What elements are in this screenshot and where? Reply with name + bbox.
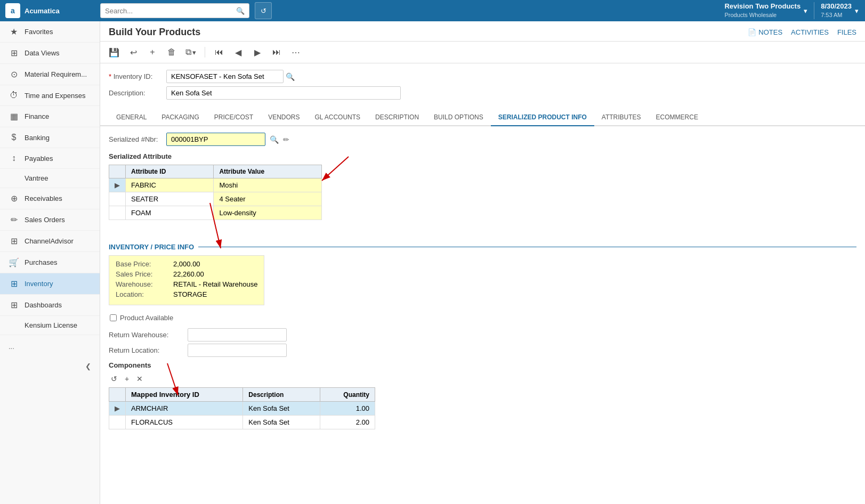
comp-table-icon-header [109, 388, 126, 402]
attr-value-cell[interactable]: Low-density [214, 206, 322, 220]
sales-price-label: Sales Price: [116, 270, 169, 278]
tab-general[interactable]: GENERAL [109, 109, 154, 126]
tenant-selector[interactable]: Revision Two Products Products Wholesale… [718, 2, 814, 19]
description-cell: Ken Sofa Set [243, 416, 320, 429]
date-selector[interactable]: 8/30/2023 7:53 AM ▾ [814, 2, 865, 19]
attr-table-row[interactable]: SEATER 4 Seater [109, 192, 322, 206]
more-icon: ... [9, 343, 14, 351]
finance-icon: ▦ [9, 111, 19, 121]
tab-vendors[interactable]: VENDORS [261, 109, 307, 126]
attr-table-row[interactable]: FOAM Low-density [109, 206, 322, 220]
sidebar-item-sales-orders[interactable]: ✏ Sales Orders [0, 209, 100, 231]
tab-packaging[interactable]: PACKAGING [154, 109, 206, 126]
comp-delete-button[interactable]: ✕ [134, 373, 145, 384]
attr-value-cell[interactable]: Moshi [214, 178, 322, 192]
product-available-checkbox[interactable] [110, 314, 117, 321]
add-button[interactable]: + [145, 45, 160, 60]
activities-label: ACTIVITIES [791, 28, 829, 36]
sidebar-item-payables[interactable]: ↕ Payables [0, 148, 100, 169]
search-bar[interactable]: 🔍 [100, 3, 249, 18]
sidebar-item-label: Dashboards [25, 301, 62, 309]
app-name: Acumatica [25, 7, 60, 15]
undo-button[interactable]: ↩ [126, 45, 141, 60]
attr-value-cell[interactable]: 4 Seater [214, 192, 322, 206]
inventory-id-field: 🔍 [166, 70, 295, 83]
sidebar-item-inventory[interactable]: ⊞ Inventory [0, 273, 100, 295]
save-button[interactable]: 💾 [107, 45, 122, 60]
delete-button[interactable]: 🗑 [164, 45, 179, 60]
copy-paste-button[interactable]: ⧉ ▾ [183, 45, 198, 60]
tab-ecommerce[interactable]: ECOMMERCE [649, 109, 706, 126]
attr-table-row-icon-header [109, 165, 126, 178]
quantity-cell: 1.00 [320, 402, 375, 416]
description-input[interactable] [166, 86, 401, 100]
sidebar-item-label: Receivables [25, 194, 62, 202]
sidebar-item-purchases[interactable]: 🛒 Purchases [0, 252, 100, 273]
serial-nbr-edit-icon[interactable]: ✏ [283, 135, 289, 144]
sidebar-item-receivables[interactable]: ⊕ Receivables [0, 188, 100, 209]
inventory-id-search-icon[interactable]: 🔍 [286, 72, 295, 81]
serial-nbr-input[interactable] [166, 133, 265, 146]
sidebar-more-button[interactable]: ... [0, 335, 100, 357]
sidebar-item-dashboards[interactable]: ⊞ Dashboards [0, 295, 100, 316]
warehouse-row: Warehouse: RETAIL - Retail Warehouse [116, 280, 257, 288]
mapped-inv-id-cell: ARMCHAIR [126, 402, 243, 416]
comp-add-button[interactable]: + [123, 373, 131, 384]
tab-build-options[interactable]: BUILD OPTIONS [426, 109, 491, 126]
sidebar-item-data-views[interactable]: ⊞ Data Views [0, 43, 100, 64]
return-location-row: Return Location: [109, 344, 856, 357]
files-button[interactable]: FILES [837, 28, 856, 36]
tab-attributes[interactable]: ATTRIBUTES [594, 109, 649, 126]
app-logo[interactable]: a Acumatica [0, 3, 100, 18]
sidebar-item-finance[interactable]: ▦ Finance [0, 106, 100, 127]
comp-refresh-button[interactable]: ↺ [109, 373, 119, 384]
sidebar-item-favorites[interactable]: ★ Favorites [0, 21, 100, 43]
attr-id-cell: FABRIC [126, 178, 214, 192]
more-actions-button[interactable]: ⋯ [288, 45, 303, 60]
sidebar-item-material-req[interactable]: ⊙ Material Requirem... [0, 64, 100, 85]
tenant-subtitle: Products Wholesale [724, 11, 801, 19]
tab-serialized-product-info[interactable]: SERIALIZED PRODUCT INFO [491, 109, 594, 126]
inventory-id-input[interactable] [166, 70, 284, 83]
sidebar-item-channel-advisor[interactable]: ⊞ ChannelAdvisor [0, 231, 100, 252]
data-views-icon: ⊞ [9, 48, 19, 58]
return-warehouse-label: Return Warehouse: [109, 331, 183, 339]
favorites-icon: ★ [9, 27, 19, 37]
activities-button[interactable]: ACTIVITIES [791, 28, 829, 36]
serial-nbr-search-icon[interactable]: 🔍 [270, 135, 279, 144]
tab-price-cost[interactable]: PRICE/COST [207, 109, 261, 126]
tenant-title: Revision Two Products [724, 2, 801, 11]
warehouse-value: RETAIL - Retail Warehouse [173, 280, 257, 288]
sidebar-item-kensium-license[interactable]: Kensium License [0, 316, 100, 335]
serial-nbr-label: Serialized #Nbr: [109, 135, 162, 143]
sidebar-collapse-button[interactable]: ❮ [0, 357, 100, 376]
next-record-button[interactable]: ▶ [250, 45, 265, 60]
inv-price-box: Base Price: 2,000.00 Sales Price: 22,260… [109, 255, 264, 305]
purchases-icon: 🛒 [9, 257, 19, 267]
sidebar-item-vantree[interactable]: Vantree [0, 169, 100, 188]
first-record-button[interactable]: ⏮ [212, 45, 227, 60]
return-warehouse-input[interactable] [188, 328, 287, 342]
return-warehouse-row: Return Warehouse: [109, 328, 856, 342]
last-record-button[interactable]: ⏭ [269, 45, 284, 60]
refresh-button[interactable]: ↺ [255, 2, 272, 19]
sidebar-item-label: Kensium License [25, 321, 77, 329]
prev-record-button[interactable]: ◀ [231, 45, 246, 60]
row-expand-icon: ▶ [109, 178, 126, 192]
attr-table-row[interactable]: ▶ FABRIC Moshi [109, 178, 322, 192]
search-input[interactable] [105, 7, 234, 15]
sidebar-item-time-expenses[interactable]: ⏱ Time and Expenses [0, 85, 100, 106]
tab-description[interactable]: DESCRIPTION [368, 109, 426, 126]
return-location-label: Return Location: [109, 346, 183, 354]
comp-table-row[interactable]: FLORALCUS Ken Sofa Set 2.00 [109, 416, 375, 429]
tab-gl-accounts[interactable]: GL ACCOUNTS [308, 109, 368, 126]
row-expand-icon: ▶ [109, 402, 126, 416]
components-table: Mapped Inventory ID Description Quantity… [109, 387, 375, 429]
return-location-input[interactable] [188, 344, 287, 357]
form-area: Inventory ID: 🔍 Description: [100, 63, 865, 109]
notes-button[interactable]: 📄 NOTES [748, 28, 782, 36]
quantity-cell: 2.00 [320, 416, 375, 429]
comp-table-row[interactable]: ▶ ARMCHAIR Ken Sofa Set 1.00 [109, 402, 375, 416]
notes-doc-icon: 📄 [748, 28, 756, 36]
sidebar-item-banking[interactable]: $ Banking [0, 127, 100, 148]
